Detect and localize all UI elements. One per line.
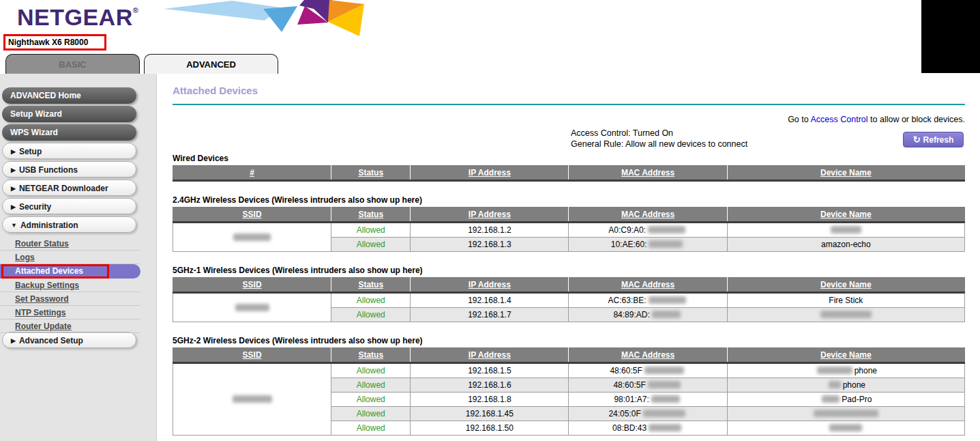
status-cell: Allowed: [331, 378, 411, 393]
sidebar-link-set-password[interactable]: Set Password: [0, 292, 140, 306]
mac-address-cell: 48:60:5F: [569, 363, 727, 378]
sidebar-link-ntp-settings[interactable]: NTP Settings: [0, 306, 140, 319]
redacted-blur: [651, 395, 680, 403]
decorative-artwork: [164, 0, 389, 38]
ip-address-cell: 192.168.1.3: [411, 238, 569, 252]
access-control-link[interactable]: Access Control: [811, 115, 868, 124]
tab-basic[interactable]: BASIC: [5, 54, 140, 74]
chevron-right-icon: ▶: [11, 185, 16, 192]
wireless-24ghz-section: 2.4GHz Wireless Devices (Wireless intrud…: [173, 195, 965, 252]
redacted-blur: [648, 381, 681, 388]
column-header-ssid[interactable]: SSID: [173, 278, 331, 293]
mac-address-cell: 84:89:AD:: [569, 308, 727, 322]
device-name-cell: [727, 308, 964, 322]
refresh-button[interactable]: ↻Refresh: [903, 132, 964, 147]
model-label: Nighthawk X6 R8000: [8, 38, 88, 47]
column-header-status[interactable]: Status: [331, 278, 411, 293]
redacted-black-box: [921, 0, 980, 73]
column-header--[interactable]: #: [173, 166, 331, 181]
redacted-blur: [814, 410, 878, 417]
sidebar-item-security[interactable]: ▶Security: [2, 198, 136, 214]
status-cell: Allowed: [331, 393, 411, 407]
sidebar-item-advanced-setup[interactable]: ▶Advanced Setup: [2, 332, 136, 348]
title-divider: [173, 104, 965, 105]
sidebar-link-backup-settings[interactable]: Backup Settings: [0, 279, 140, 292]
column-header-status[interactable]: Status: [331, 166, 411, 181]
tab-advanced[interactable]: ADVANCED: [144, 54, 278, 74]
hint-text: Go to: [788, 115, 810, 124]
link-label: Router Status: [15, 239, 69, 248]
sidebar-item-label: Advanced Setup: [19, 336, 83, 345]
column-header-ip-address[interactable]: IP Address: [411, 278, 569, 293]
wireless-5ghz2-section: 5GHz-2 Wireless Devices (Wireless intrud…: [173, 336, 965, 436]
status-cell: Allowed: [331, 293, 411, 308]
sidebar-item-administration[interactable]: ▼Administration: [2, 216, 136, 233]
body: ADVANCED Home Setup Wizard WPS Wizard ▶S…: [0, 74, 980, 441]
sidebar-link-attached-devices[interactable]: Attached Devices: [0, 264, 140, 279]
sidebar-item-label: Administration: [20, 220, 78, 230]
column-header-status[interactable]: Status: [331, 208, 411, 223]
redacted-blur: [649, 240, 683, 248]
column-header-ip-address[interactable]: IP Address: [411, 166, 569, 181]
status-cell: Allowed: [331, 363, 411, 378]
device-name-cell: [727, 407, 964, 421]
sidebar-item-netgear-downloader[interactable]: ▶NETGEAR Downloader: [2, 180, 136, 196]
sidebar-item-label: Setup: [19, 147, 42, 156]
device-name-cell: Fire Stick: [727, 293, 964, 308]
mac-address-cell: 10:AE:60:: [569, 238, 727, 252]
ip-address-cell: 192.168.1.5: [411, 363, 569, 378]
main-content: Attached Devices Go to Access Control to…: [157, 74, 980, 441]
sidebar-item-label: USB Functions: [19, 165, 78, 175]
column-header-device-name[interactable]: Device Name: [727, 208, 964, 223]
sidebar-item-wps-wizard[interactable]: WPS Wizard: [2, 124, 136, 141]
device-name-cell: [727, 421, 964, 436]
table-title: 5GHz-2 Wireless Devices (Wireless intrud…: [173, 336, 965, 345]
column-header-ssid[interactable]: SSID: [173, 208, 331, 223]
redacted-blur: [235, 304, 269, 311]
sidebar-item-advanced-home[interactable]: ADVANCED Home: [2, 87, 136, 104]
ssid-cell: [173, 223, 331, 252]
column-header-device-name[interactable]: Device Name: [727, 166, 964, 181]
sidebar-link-router-status[interactable]: Router Status: [0, 237, 140, 251]
device-row: Allowed192.168.1.2A0:C9:A0:: [173, 223, 965, 238]
annotation-red-box: Nighthawk X6 R8000: [3, 34, 106, 51]
column-header-mac-address[interactable]: MAC Address: [569, 166, 727, 181]
sidebar-link-router-update[interactable]: Router Update: [0, 319, 140, 333]
mac-address-cell: 98:01:A7:: [569, 393, 727, 407]
column-header-ip-address[interactable]: IP Address: [411, 208, 569, 223]
column-header-device-name[interactable]: Device Name: [727, 278, 964, 293]
column-header-status[interactable]: Status: [331, 348, 411, 363]
redacted-blur: [822, 395, 840, 403]
sidebar-item-setup-wizard[interactable]: Setup Wizard: [2, 106, 136, 122]
column-header-mac-address[interactable]: MAC Address: [569, 278, 727, 293]
column-header-mac-address[interactable]: MAC Address: [569, 348, 727, 363]
sidebar-item-setup[interactable]: ▶Setup: [2, 143, 136, 159]
column-header-ssid[interactable]: SSID: [173, 348, 331, 363]
sidebar-link-logs[interactable]: Logs: [0, 251, 140, 264]
chevron-right-icon: ▶: [11, 203, 16, 210]
refresh-icon: ↻: [913, 134, 921, 145]
sidebar-item-usb-functions[interactable]: ▶USB Functions: [2, 161, 136, 177]
ip-address-cell: 192.168.1.50: [411, 421, 569, 436]
wireless-5ghz2-table: SSIDStatusIP AddressMAC AddressDevice Na…: [173, 347, 965, 436]
ip-address-cell: 192.168.1.45: [411, 407, 569, 421]
sidebar-item-label: Security: [19, 202, 51, 212]
link-label: Logs: [15, 253, 35, 262]
status-cell: Allowed: [331, 421, 411, 436]
redacted-blur: [831, 226, 861, 233]
router-admin-page: NETGEAR® Nighthawk X6 R8000 BASIC ADVANC…: [0, 0, 980, 441]
status-cell: Allowed: [331, 308, 411, 322]
column-header-mac-address[interactable]: MAC Address: [569, 208, 727, 223]
table-title: 2.4GHz Wireless Devices (Wireless intrud…: [173, 195, 965, 205]
redacted-blur: [829, 381, 841, 388]
chevron-down-icon: ▼: [11, 222, 17, 229]
wired-devices-table: #StatusIP AddressMAC AddressDevice Name: [173, 165, 965, 182]
mac-address-cell: 48:60:5F: [569, 378, 727, 393]
status-cell: Allowed: [331, 223, 411, 238]
device-name-cell: amazon-echo: [727, 238, 964, 252]
redacted-blur: [817, 367, 852, 374]
column-header-device-name[interactable]: Device Name: [727, 348, 964, 363]
column-header-ip-address[interactable]: IP Address: [411, 348, 569, 363]
hint-text: to allow or block devices.: [868, 115, 965, 124]
wireless-5ghz1-table: SSIDStatusIP AddressMAC AddressDevice Na…: [173, 277, 965, 322]
